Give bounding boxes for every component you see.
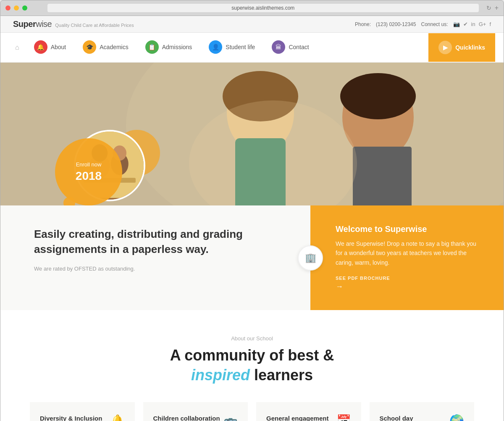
quicklinks-button[interactable]: ▶ Quicklinks — [428, 33, 495, 62]
browser-frame: superwise.aislinthemes.com ↻ + — [0, 0, 504, 16]
nav-item-student-life[interactable]: 👤 Student life — [200, 33, 263, 62]
brochure-arrow[interactable]: → — [336, 282, 485, 291]
vine-icon[interactable]: ✔ — [463, 21, 468, 27]
cards-section: Diversity & Inclusion 🔔 School has alway… — [0, 402, 504, 421]
about-nav-icon: 🔔 — [34, 40, 47, 54]
nav-item-admissions[interactable]: 📋 Admissions — [137, 33, 201, 62]
svg-point-7 — [340, 73, 416, 119]
children-collab-icon: 🚌 — [223, 414, 238, 421]
see-brochure-label: SEE PDF BROCHURE — [336, 276, 485, 281]
enroll-label: Enroll now — [76, 161, 102, 168]
refresh-icon[interactable]: ↻ — [486, 5, 491, 11]
card-school-day-title: School day — [380, 414, 413, 421]
card-diversity-title: Diversity & Inclusion — [40, 414, 102, 421]
content-section: Easily creating, distributing and gradin… — [0, 205, 504, 310]
topbar: Superwise Quality Child Care at Affordab… — [0, 16, 504, 33]
nav-item-academics[interactable]: 🎓 Academics — [74, 33, 136, 62]
card-general-engagement: General engagement 📅 Differences are cen… — [256, 402, 361, 421]
academics-nav-icon: 🎓 — [83, 40, 96, 54]
card-school-day: School day 🌍 Leaders and sparking new id… — [370, 402, 475, 421]
general-engagement-icon: 📅 — [336, 414, 351, 421]
facebook-icon[interactable]: f — [489, 21, 491, 27]
school-day-icon: 🌍 — [449, 414, 464, 421]
logo: Superwise Quality Child Care at Affordab… — [13, 19, 134, 29]
content-right-heading: Welcome to Superwise — [336, 224, 485, 234]
connect-label: Connect us: — [421, 21, 448, 27]
content-right-body: We are Superwise! Drop a note to say a b… — [336, 239, 485, 267]
nav-item-about[interactable]: 🔔 About — [26, 33, 75, 62]
content-left-subtext: We are rated by OFSTED as outstanding. — [34, 266, 289, 272]
student-life-nav-icon: 👤 — [209, 40, 222, 54]
logo-text: Superwise — [13, 19, 52, 29]
nav-home-icon[interactable]: ⌂ — [9, 44, 26, 51]
browser-close-button[interactable] — [5, 5, 10, 11]
hero-enroll-circle: Enroll now 2018 — [55, 138, 122, 205]
social-icons: 📷 ✔ in G+ f — [453, 21, 491, 27]
building-icon-circle: 🏢 — [298, 245, 323, 271]
nav-contact-label: Contact — [289, 44, 309, 50]
linkedin-icon[interactable]: in — [471, 21, 475, 27]
nav-student-life-label: Student life — [226, 44, 255, 50]
about-label: About our School — [34, 335, 470, 342]
logo-tagline: Quality Child Care at Affordable Prices — [55, 23, 134, 28]
nav-about-label: About — [51, 44, 66, 50]
bell-icon: 🔔 — [37, 44, 44, 50]
website-container: Superwise Quality Child Care at Affordab… — [0, 16, 504, 421]
quicklinks-icon: ▶ — [438, 41, 452, 54]
content-right: Welcome to Superwise We are Superwise! D… — [310, 205, 504, 310]
enroll-year: 2018 — [76, 169, 102, 183]
new-tab-icon[interactable]: + — [495, 4, 499, 12]
card-children-collab-title: Children collaboration — [153, 414, 220, 421]
building-icon: 🏢 — [305, 253, 316, 263]
google-plus-icon[interactable]: G+ — [479, 21, 486, 27]
phone-label: Phone: — [355, 21, 371, 27]
content-left: Easily creating, distributing and gradin… — [0, 205, 310, 310]
about-section: About our School A community of best & i… — [0, 310, 504, 402]
nav-admissions-label: Admissions — [162, 44, 192, 50]
nav-item-contact[interactable]: 🏛 Contact — [263, 33, 317, 62]
about-heading-inspired: inspired — [191, 366, 250, 384]
card-diversity: Diversity & Inclusion 🔔 School has alway… — [30, 402, 135, 421]
nav-academics-label: Academics — [100, 44, 128, 50]
quicklinks-label: Quicklinks — [455, 44, 485, 51]
person-icon: 👤 — [212, 44, 219, 50]
navbar: ⌂ 🔔 About 🎓 Academics 📋 Admissions 👤 Stu… — [0, 33, 504, 63]
browser-maximize-button[interactable] — [22, 5, 27, 11]
phone-number: (123) 0200-12345 — [376, 21, 416, 27]
instagram-icon[interactable]: 📷 — [453, 21, 460, 27]
diversity-icon: 🔔 — [110, 414, 125, 421]
contact-nav-icon: 🏛 — [272, 40, 285, 54]
address-bar[interactable]: superwise.aislinthemes.com — [47, 4, 479, 12]
graduation-icon: 🎓 — [86, 44, 93, 50]
browser-minimize-button[interactable] — [14, 5, 19, 11]
about-heading-line1: A community of best & — [170, 347, 334, 364]
card-children-collab: Children collaboration 🚌 For girls and e… — [143, 402, 248, 421]
content-left-heading: Easily creating, distributing and gradin… — [34, 226, 289, 257]
topbar-right: Phone: (123) 0200-12345 Connect us: 📷 ✔ … — [355, 21, 491, 27]
admissions-nav-icon: 📋 — [145, 40, 159, 54]
clipboard-icon: 📋 — [148, 44, 155, 50]
card-general-engagement-title: General engagement — [266, 414, 328, 421]
about-heading: A community of best & inspired learners — [34, 346, 470, 385]
building-nav-icon: 🏛 — [276, 44, 281, 50]
